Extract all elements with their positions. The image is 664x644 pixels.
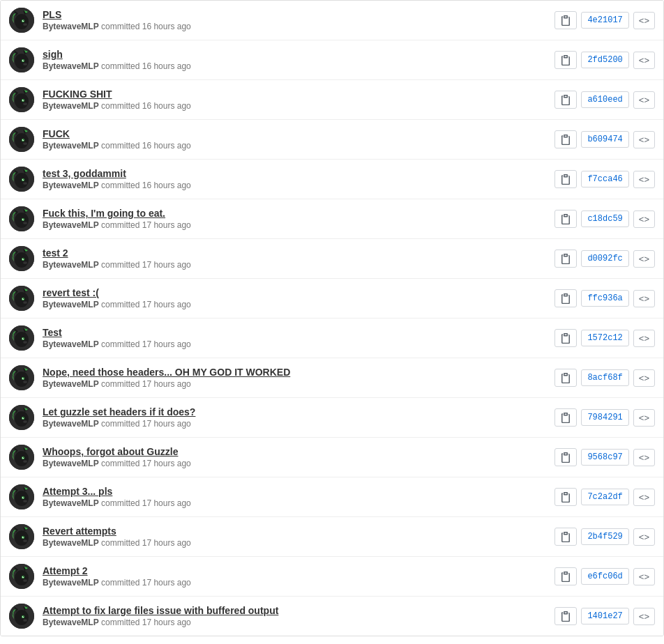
commit-hash-link[interactable]: d0092fc — [581, 250, 628, 267]
commit-title[interactable]: Let guzzle set headers if it does? — [43, 406, 546, 417]
commit-hash-link[interactable]: 4e21017 — [581, 12, 628, 29]
browse-code-button[interactable]: <> — [633, 131, 655, 148]
browse-code-button[interactable]: <> — [633, 568, 655, 585]
commit-title[interactable]: sigh — [43, 49, 546, 60]
browse-code-button[interactable]: <> — [633, 290, 655, 307]
browse-code-button[interactable]: <> — [633, 449, 655, 466]
commit-hash-link[interactable]: 8acf68f — [581, 369, 628, 386]
commit-title[interactable]: Test — [43, 327, 546, 338]
avatar — [9, 325, 34, 351]
commit-hash-link[interactable]: 7984291 — [581, 409, 628, 426]
commit-info: test 3, goddammit BytewaveMLP committed … — [43, 168, 546, 190]
commit-title[interactable]: PLS — [43, 9, 546, 20]
commit-hash-link[interactable]: e6fc06d — [581, 568, 628, 585]
svg-point-97 — [24, 342, 25, 343]
browse-code-button[interactable]: <> — [633, 91, 655, 109]
svg-point-163 — [24, 581, 25, 581]
commit-meta: BytewaveMLP committed 17 hours ago — [43, 419, 546, 429]
svg-point-40 — [23, 139, 24, 140]
svg-point-122 — [15, 451, 29, 466]
copy-hash-button[interactable] — [554, 289, 577, 307]
copy-hash-button[interactable] — [554, 11, 577, 29]
commit-title[interactable]: test 3, goddammit — [43, 168, 546, 179]
commit-title[interactable]: Nope, need those headers... OH MY GOD IT… — [43, 367, 546, 378]
commit-hash-link[interactable]: 1401e27 — [581, 608, 628, 624]
commit-title[interactable]: revert test :( — [43, 287, 546, 298]
svg-point-140 — [23, 500, 27, 503]
svg-point-8 — [23, 23, 27, 26]
commit-info: Fuck this, I'm going to eat. BytewaveMLP… — [43, 208, 546, 230]
commit-title[interactable]: test 2 — [43, 247, 546, 259]
copy-hash-button[interactable] — [554, 448, 577, 466]
svg-point-85 — [23, 301, 27, 304]
commit-hash-link[interactable]: a610eed — [581, 91, 628, 108]
commit-title[interactable]: Attempt 3... pls — [43, 486, 546, 497]
commit-info: Attempt 2 BytewaveMLP committed 17 hours… — [43, 565, 546, 588]
commit-hash-link[interactable]: 7c2a2df — [581, 489, 628, 505]
browse-code-button[interactable]: <> — [633, 608, 655, 625]
commit-hash-link[interactable]: b609474 — [581, 131, 628, 148]
browse-code-button[interactable]: <> — [633, 330, 655, 347]
svg-point-21 — [26, 64, 27, 65]
commit-title[interactable]: Attempt 2 — [43, 565, 546, 576]
svg-point-108 — [24, 382, 25, 383]
copy-hash-button[interactable] — [554, 488, 577, 506]
copy-hash-button[interactable] — [554, 130, 577, 148]
commit-title[interactable]: Revert attempts — [43, 526, 546, 537]
browse-code-button[interactable]: <> — [633, 369, 655, 387]
copy-hash-button[interactable] — [554, 528, 577, 546]
commit-title[interactable]: Fuck this, I'm going to eat. — [43, 208, 546, 219]
svg-point-129 — [23, 460, 27, 463]
browse-code-button[interactable]: <> — [633, 489, 655, 506]
copy-hash-button[interactable] — [554, 329, 577, 347]
code-icon: <> — [639, 174, 649, 185]
commit-hash-link[interactable]: 2b4f529 — [581, 528, 628, 545]
svg-point-76 — [26, 263, 27, 263]
browse-code-button[interactable]: <> — [633, 250, 655, 268]
code-icon: <> — [639, 95, 649, 105]
browse-code-button[interactable]: <> — [633, 12, 655, 29]
code-icon: <> — [639, 572, 649, 582]
svg-point-89 — [15, 332, 29, 347]
browse-code-button[interactable]: <> — [633, 52, 655, 69]
commit-title[interactable]: Attempt to fix large files issue with bu… — [43, 605, 546, 616]
avatar — [9, 524, 34, 549]
commit-meta: BytewaveMLP committed 17 hours ago — [43, 498, 546, 508]
copy-hash-button[interactable] — [554, 607, 577, 625]
copy-hash-button[interactable] — [554, 369, 577, 387]
commit-hash-link[interactable]: ffc936a — [581, 290, 628, 307]
browse-code-button[interactable]: <> — [633, 210, 655, 228]
commit-hash-link[interactable]: c18dc59 — [581, 210, 628, 227]
commit-actions: 7c2a2df <> — [554, 488, 655, 506]
copy-hash-button[interactable] — [554, 567, 577, 585]
copy-hash-button[interactable] — [554, 210, 577, 228]
code-icon: <> — [639, 413, 649, 423]
commit-hash-link[interactable]: 1572c12 — [581, 330, 628, 346]
commit-info: Revert attempts BytewaveMLP committed 17… — [43, 526, 546, 548]
commit-hash-link[interactable]: f7cca46 — [581, 171, 628, 187]
copy-hash-button[interactable] — [554, 51, 577, 69]
code-icon: <> — [639, 15, 649, 26]
browse-code-button[interactable]: <> — [633, 171, 655, 188]
copy-hash-button[interactable] — [554, 408, 577, 427]
copy-hash-button[interactable] — [554, 91, 577, 109]
commit-title[interactable]: Whoops, forgot about Guzzle — [43, 446, 546, 457]
svg-point-12 — [15, 54, 29, 69]
svg-point-87 — [26, 302, 27, 303]
browse-code-button[interactable]: <> — [633, 528, 655, 546]
commit-hash-link[interactable]: 9568c97 — [581, 449, 628, 466]
commit-author: BytewaveMLP — [43, 141, 99, 151]
svg-point-64 — [24, 223, 25, 224]
commit-title[interactable]: FUCK — [43, 128, 546, 139]
commit-row: test 2 BytewaveMLP committed 17 hours ag… — [1, 239, 663, 279]
copy-hash-button[interactable] — [554, 250, 577, 268]
code-icon: <> — [639, 333, 649, 344]
svg-point-7 — [23, 20, 24, 21]
commit-info: Whoops, forgot about Guzzle BytewaveMLP … — [43, 446, 546, 468]
commit-title[interactable]: FUCKING SHIT — [43, 89, 546, 100]
commit-author: BytewaveMLP — [43, 260, 99, 270]
browse-code-button[interactable]: <> — [633, 409, 655, 427]
code-icon: <> — [639, 532, 649, 542]
commit-hash-link[interactable]: 2fd5200 — [581, 52, 628, 68]
copy-hash-button[interactable] — [554, 170, 577, 188]
